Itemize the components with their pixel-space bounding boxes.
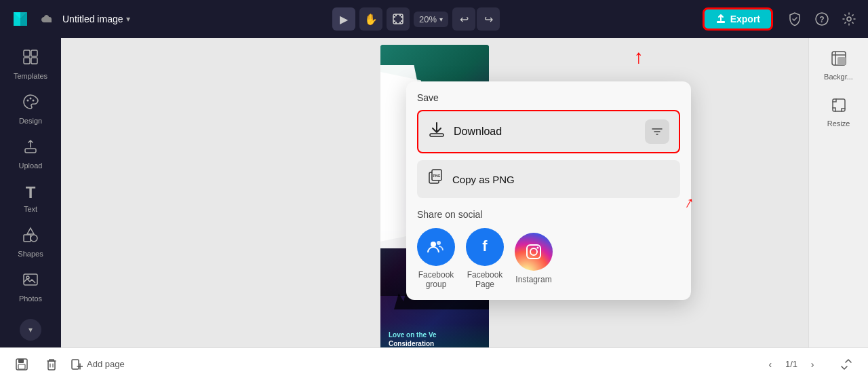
svg-rect-7 [401, 16, 403, 18]
add-page-button[interactable]: Add page [71, 358, 125, 370]
main-area: Templates Design Upload [0, 38, 868, 347]
export-arrow-indicator: ↑ [634, 46, 644, 68]
share-section-label: Share on social [417, 209, 680, 220]
svg-rect-37 [837, 57, 846, 65]
help-icon[interactable]: ? [811, 8, 833, 30]
social-item-facebook-page[interactable]: f FacebookPage [466, 228, 504, 289]
copy-png-label: Copy as PNG [452, 174, 515, 185]
photos-label: Photos [19, 294, 42, 303]
sidebar-item-design[interactable]: Design [6, 88, 55, 130]
svg-rect-3 [399, 14, 401, 16]
svg-text:f: f [482, 238, 488, 254]
export-button[interactable]: Export [703, 7, 773, 31]
design-icon [22, 94, 39, 114]
svg-rect-6 [393, 16, 395, 18]
svg-rect-5 [399, 22, 401, 24]
text-icon: T [26, 183, 36, 202]
copy-arrow-indicator: ↑ [682, 192, 698, 212]
right-panel-resize[interactable]: Resize [814, 92, 863, 133]
svg-point-19 [30, 98, 32, 100]
page-navigation: ‹ 1/1 › [761, 355, 822, 374]
right-panel-background[interactable]: Backgr... [814, 45, 863, 86]
download-filter-button[interactable] [645, 119, 669, 144]
svg-rect-22 [24, 235, 31, 242]
svg-rect-41 [18, 364, 25, 369]
download-row[interactable]: Download [417, 110, 680, 153]
select-tool-button[interactable]: ▶ [332, 7, 355, 31]
upload-icon [22, 138, 39, 159]
canvas-line2: Consideration [389, 339, 481, 347]
expand-icon[interactable] [835, 354, 857, 375]
svg-rect-16 [24, 58, 30, 64]
topbar: Untitled image ▾ ▶ ✋ 20% ▾ ↩ ↪ [0, 0, 868, 38]
settings-icon[interactable] [838, 8, 860, 30]
topbar-right-icons: ? [784, 8, 860, 30]
redo-button[interactable]: ↪ [477, 7, 500, 31]
shield-icon[interactable] [784, 8, 806, 30]
zoom-selector[interactable]: 20% ▾ [414, 12, 448, 27]
sidebar-item-upload[interactable]: Upload [6, 133, 55, 175]
svg-rect-21 [25, 149, 36, 153]
facebook-page-icon: f [466, 228, 504, 266]
undo-redo-group: ↩ ↪ [452, 7, 500, 31]
cloud-save-icon[interactable] [38, 10, 57, 28]
sidebar-item-shapes[interactable]: Shapes [6, 221, 55, 263]
hand-tool-button[interactable]: ✋ [359, 7, 382, 31]
background-label: Backgr... [824, 73, 853, 81]
add-page-label: Add page [87, 359, 125, 369]
social-item-facebook-group[interactable]: Facebookgroup [417, 228, 455, 289]
bottom-trash-icon[interactable] [41, 354, 62, 375]
facebook-page-label: FacebookPage [467, 270, 503, 289]
title-area[interactable]: Untitled image ▾ [62, 14, 130, 24]
svg-point-23 [31, 235, 37, 242]
svg-rect-26 [430, 134, 443, 136]
toolbar-center: ▶ ✋ 20% ▾ ↩ ↪ [332, 7, 500, 31]
templates-icon [22, 49, 39, 69]
prev-page-button[interactable]: ‹ [761, 355, 780, 374]
social-item-instagram[interactable]: Instagram [515, 233, 553, 284]
frame-tool-button[interactable] [387, 7, 410, 31]
copy-png-row[interactable]: PNG Copy as PNG ↑ [417, 160, 680, 198]
bottom-save-icon[interactable] [11, 354, 33, 375]
svg-rect-38 [833, 99, 845, 111]
sidebar-bottom-btn[interactable]: ▾ [20, 319, 41, 341]
svg-point-20 [33, 100, 35, 102]
shapes-label: Shapes [18, 250, 43, 258]
shapes-icon [22, 227, 39, 247]
logo-icon[interactable] [8, 7, 33, 31]
photos-icon [22, 271, 39, 292]
undo-button[interactable]: ↩ [452, 7, 475, 31]
svg-rect-0 [47, 19, 48, 22]
document-title: Untitled image [62, 14, 123, 24]
svg-rect-17 [31, 58, 37, 64]
next-page-button[interactable]: › [803, 355, 822, 374]
svg-point-13 [847, 17, 851, 21]
sidebar-item-templates[interactable]: Templates [6, 43, 55, 86]
sidebar-item-photos[interactable]: Photos [6, 266, 55, 308]
svg-point-34 [530, 248, 537, 255]
canvas-area: Love on the Ve Consideration Stay Away V… [61, 38, 808, 347]
svg-text:?: ? [819, 15, 824, 24]
download-label: Download [454, 126, 637, 138]
background-icon [831, 50, 847, 70]
copy-png-icon: PNG [427, 168, 444, 190]
svg-rect-40 [18, 359, 24, 363]
svg-point-31 [437, 241, 441, 245]
page-indicator: 1/1 [785, 359, 797, 369]
sidebar-item-text[interactable]: T Text [6, 178, 55, 218]
instagram-icon [515, 233, 553, 271]
download-icon [428, 121, 446, 142]
svg-rect-2 [395, 14, 397, 16]
svg-rect-15 [31, 50, 37, 56]
text-label: Text [24, 205, 37, 213]
social-icons-row: Facebookgroup f FacebookPage [417, 228, 680, 289]
resize-icon [831, 97, 847, 117]
instagram-label: Instagram [515, 275, 551, 284]
templates-label: Templates [14, 72, 47, 80]
svg-rect-4 [395, 22, 397, 24]
canvas-text-area: Love on the Ve Consideration Stay Away V… [380, 322, 489, 347]
canvas-line1: Love on the Ve [389, 330, 481, 339]
export-dropdown-panel: ↑ Save Download [406, 81, 691, 300]
svg-rect-8 [393, 20, 395, 22]
svg-point-30 [431, 242, 436, 247]
